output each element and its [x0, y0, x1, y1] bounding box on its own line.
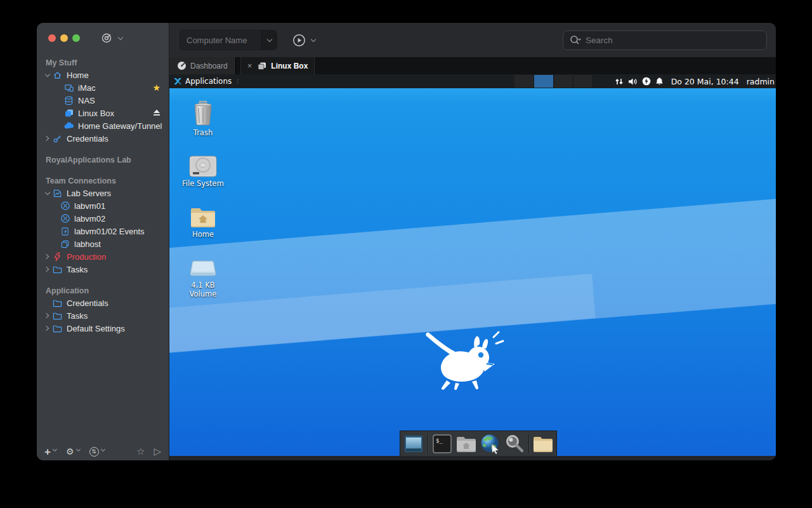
- desktop-icon-filesystem[interactable]: File System: [180, 149, 226, 188]
- sidebar-item-labvm-events[interactable]: labvm01/02 Events: [37, 225, 169, 237]
- web-browser-launcher[interactable]: [480, 434, 501, 454]
- sidebar-item-labvm01[interactable]: labvm01: [37, 199, 169, 212]
- tab-label: Dashboard: [190, 62, 228, 70]
- main-area: Dashboard × Linux Box Applications ⋮: [169, 23, 776, 460]
- applications-menu-button[interactable]: Applications: [185, 77, 232, 86]
- sidebar-item-credentials[interactable]: Credentials: [37, 132, 169, 145]
- sidebar-item-imac[interactable]: iMac ★: [37, 81, 169, 94]
- app-finder-launcher[interactable]: [504, 434, 525, 454]
- connection-tree: My Stuff Home iMac ★ NAS: [37, 53, 169, 335]
- system-tray: [615, 77, 664, 86]
- workspace-3[interactable]: [554, 75, 573, 88]
- lightning-icon: [52, 251, 63, 262]
- royal-tsx-window: My Stuff Home iMac ★ NAS: [37, 23, 776, 460]
- tab-linux-box[interactable]: × Linux Box: [240, 57, 315, 74]
- notifications-bell-icon[interactable]: [655, 77, 664, 86]
- computer-name-dropdown-button[interactable]: [261, 30, 277, 50]
- home-icon: [52, 70, 63, 80]
- sidebar-item-app-credentials[interactable]: Credentials: [37, 297, 169, 309]
- adhoc-connect-button[interactable]: [292, 34, 318, 47]
- cloud-icon: [63, 121, 74, 131]
- remote-desktop-view[interactable]: Applications ⋮: [169, 74, 776, 456]
- zoom-window-button[interactable]: [72, 34, 80, 42]
- terminal-launcher[interactable]: $_: [432, 434, 452, 454]
- sort-button[interactable]: ⇅: [89, 447, 107, 457]
- file-manager-launcher[interactable]: [456, 434, 476, 454]
- sidebar-item-labvm02[interactable]: labvm02: [37, 212, 169, 225]
- connect-button[interactable]: ▷: [154, 446, 161, 457]
- sidebar: My Stuff Home iMac ★ NAS: [37, 23, 169, 460]
- chevron-down-icon: [100, 447, 107, 456]
- chevron-right-icon: [43, 265, 52, 274]
- magnifier-icon: [504, 434, 525, 453]
- computer-name-input[interactable]: [180, 30, 261, 50]
- section-team-connections: Team Connections: [37, 175, 169, 187]
- desktop-icon-label: 4,1 KB Volume: [180, 281, 226, 299]
- sidebar-item-app-tasks[interactable]: Tasks: [37, 309, 169, 322]
- sort-icon: ⇅: [89, 447, 99, 457]
- search-icon: [570, 35, 582, 46]
- xfce-desktop[interactable]: Trash File System: [169, 88, 776, 456]
- chevron-down-icon: [43, 70, 52, 79]
- minimize-window-button[interactable]: [60, 34, 68, 42]
- workspace-switcher[interactable]: [514, 75, 593, 88]
- sidebar-item-lab-servers[interactable]: Lab Servers: [37, 187, 169, 199]
- xfce-dock-panel: $_: [400, 431, 557, 456]
- close-window-button[interactable]: [48, 34, 56, 42]
- hard-disk-icon: [189, 156, 217, 177]
- volume-icon[interactable]: [628, 77, 638, 86]
- window-bottom-edge: [169, 456, 776, 460]
- desktop-icon-home[interactable]: Home: [180, 200, 226, 239]
- connect-options-button[interactable]: [101, 32, 125, 44]
- tab-dashboard[interactable]: Dashboard: [169, 57, 236, 74]
- top-toolbar: [169, 23, 776, 57]
- sidebar-item-nas[interactable]: NAS: [37, 94, 169, 107]
- removable-volume-icon: [189, 260, 217, 279]
- desktop-icon-volume[interactable]: 4,1 KB Volume: [180, 251, 226, 299]
- desktop-icon-label: File System: [180, 179, 226, 188]
- sidebar-item-home[interactable]: Home: [37, 69, 169, 81]
- chevron-down-icon: [52, 447, 58, 456]
- workspace-1[interactable]: [514, 75, 534, 88]
- sidebar-item-linux-box[interactable]: Linux Box: [37, 107, 169, 119]
- workspace-4[interactable]: [573, 75, 593, 88]
- panel-username[interactable]: radmin: [747, 77, 775, 86]
- add-connection-button[interactable]: +: [44, 446, 58, 457]
- folder-launcher[interactable]: [533, 434, 553, 454]
- network-icon[interactable]: [615, 77, 624, 86]
- close-tab-icon[interactable]: ×: [247, 61, 252, 70]
- trash-icon: [191, 100, 215, 126]
- chevron-right-icon: [43, 311, 52, 320]
- workspace-2-active[interactable]: [534, 75, 554, 88]
- vm-connection-icon: [60, 201, 70, 211]
- gear-icon: ⚙: [66, 446, 74, 457]
- show-desktop-button[interactable]: [403, 434, 424, 454]
- folder-icon: [52, 323, 63, 333]
- chevron-down-icon: [75, 447, 82, 456]
- sidebar-item-home-gateway[interactable]: Home Gateway/Tunnel: [37, 119, 169, 132]
- panel-handle-icon: ⋮: [235, 80, 240, 83]
- sidebar-item-labhost[interactable]: labhost: [37, 237, 169, 250]
- panel-clock[interactable]: Do 20 Mai, 10:44: [671, 77, 739, 86]
- folder-icon: [52, 264, 63, 274]
- section-royalapplications-lab: RoyalApplications Lab: [37, 154, 169, 166]
- dock-separator: [428, 434, 428, 453]
- favorites-filter-button[interactable]: ☆: [136, 446, 145, 457]
- host-windows-icon: [60, 239, 70, 249]
- eject-icon[interactable]: [153, 109, 160, 118]
- section-my-stuff: My Stuff: [37, 57, 169, 69]
- power-manager-icon[interactable]: [642, 77, 651, 86]
- search-box: [563, 30, 767, 50]
- desktop-icon-trash[interactable]: Trash: [180, 98, 226, 137]
- search-input[interactable]: [586, 36, 760, 45]
- xfce-mouse-logo: [414, 324, 512, 391]
- section-application: Application: [37, 285, 169, 297]
- sidebar-item-default-settings[interactable]: Default Settings: [37, 322, 169, 335]
- sidebar-item-tasks[interactable]: Tasks: [37, 263, 169, 276]
- session-stack-icon: [257, 61, 267, 71]
- chevron-down-icon: [43, 189, 52, 197]
- sidebar-item-production[interactable]: Production: [37, 250, 169, 263]
- plus-icon: +: [44, 446, 51, 457]
- settings-button[interactable]: ⚙: [66, 446, 82, 457]
- vm-connection-icon: [60, 213, 70, 224]
